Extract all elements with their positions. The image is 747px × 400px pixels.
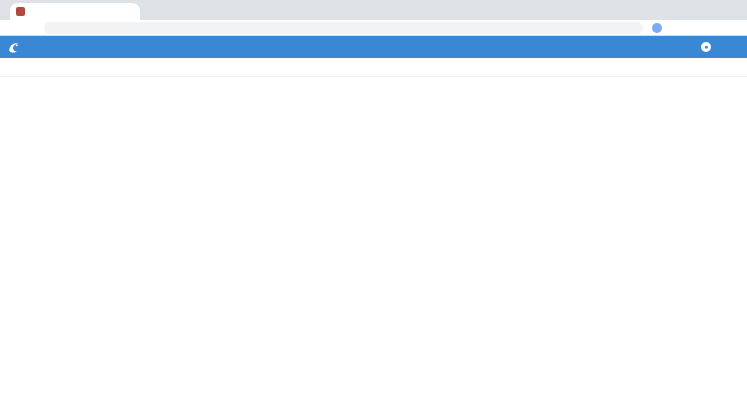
browser-profile-avatar[interactable] bbox=[652, 23, 662, 33]
report-tabrow bbox=[0, 58, 747, 77]
line-chart[interactable] bbox=[0, 92, 662, 400]
browser-addressbar bbox=[0, 20, 747, 36]
tab-favicon-icon bbox=[16, 7, 25, 16]
app-navbar: ● bbox=[0, 36, 747, 58]
nav-right-section: ● bbox=[687, 42, 747, 52]
chart-legend bbox=[4, 79, 660, 91]
user-avatar[interactable]: ● bbox=[701, 42, 711, 52]
nav-menu bbox=[93, 36, 687, 58]
url-field[interactable] bbox=[44, 22, 643, 34]
browser-tab[interactable] bbox=[10, 3, 140, 20]
metric-sidebar bbox=[669, 79, 747, 400]
brand-logo[interactable] bbox=[0, 40, 93, 55]
browser-titlebar bbox=[0, 0, 747, 20]
kylin-dragon-icon bbox=[7, 40, 22, 55]
